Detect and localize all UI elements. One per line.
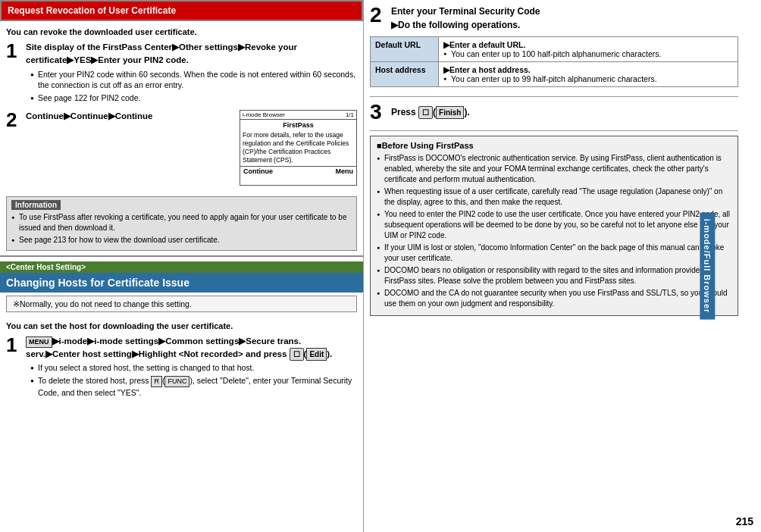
settings-table: Default URL ▶Enter a default URL. You ca… bbox=[370, 36, 738, 87]
center-host-label: <Center Host Setting> bbox=[6, 263, 86, 271]
info-bullet1: To use FirstPass after revoking a certif… bbox=[11, 212, 352, 233]
changing-header: Changing Hosts for Certificate Issue bbox=[0, 273, 363, 293]
before-bullet-3: If your UIM is lost or stolen, "docomo I… bbox=[377, 243, 731, 264]
before-bullet-1: When requesting issue of a user certific… bbox=[377, 186, 731, 208]
right-step2-line2: ▶Do the following operations. bbox=[391, 18, 540, 32]
notice-box: ※Normally, you do not need to change thi… bbox=[6, 296, 357, 312]
info-list: To use FirstPass after revoking a certif… bbox=[11, 212, 352, 246]
info-header: Information bbox=[11, 200, 61, 210]
sidebar-label: i-mode/Full Browser bbox=[700, 213, 716, 320]
step2-row: 2 Continue▶Continue▶Continue i-mode Brow… bbox=[6, 110, 357, 186]
menu-key: MENU bbox=[26, 336, 52, 349]
step1b-bullet1: If you select a stored host, the setting… bbox=[30, 362, 357, 374]
step1-text: Site display of the FirstPass Center▶Oth… bbox=[26, 42, 297, 64]
intro-text: You can revoke the downloaded user certi… bbox=[6, 27, 357, 36]
screenshot-header: i-mode Browser 1/1 bbox=[240, 111, 356, 120]
step3-content: Press ☐(Finish). bbox=[391, 105, 470, 119]
screenshot-footer: Continue Menu bbox=[240, 166, 356, 176]
step2-number: 2 bbox=[6, 110, 21, 130]
right-step2-row: 2 Enter your Terminal Security Code ▶Do … bbox=[370, 5, 738, 32]
table-row-0: Default URL ▶Enter a default URL. You ca… bbox=[371, 37, 738, 62]
notice-text: ※Normally, you do not need to change thi… bbox=[13, 299, 192, 308]
step3-row: 3 Press ☐(Finish). bbox=[370, 102, 738, 123]
screenshot-title: FirstPass bbox=[243, 121, 354, 130]
before-bullet-4: DOCOMO bears no obligation or responsibi… bbox=[377, 265, 731, 286]
screenshot-content: FirstPass For more details, refer to the… bbox=[240, 120, 356, 167]
right-column: 2 Enter your Terminal Security Code ▶Do … bbox=[364, 0, 761, 532]
step3-number: 3 bbox=[370, 102, 387, 123]
step1-bullet2: See page 122 for PIN2 code. bbox=[30, 92, 357, 104]
step1b-number: 1 bbox=[6, 335, 21, 355]
right-step2-line1: Enter your Terminal Security Code bbox=[391, 5, 540, 18]
val-title-0: ▶Enter a default URL. bbox=[443, 40, 733, 49]
screenshot-header-right: 1/1 bbox=[346, 111, 354, 118]
label-default-url: Default URL bbox=[371, 37, 439, 62]
info-bullet2: See page 213 for how to view the downloa… bbox=[11, 235, 352, 246]
step1b-text: MENU▶i-mode▶i-mode settings▶Common setti… bbox=[26, 336, 332, 359]
divider1 bbox=[0, 255, 363, 257]
value-default-url: ▶Enter a default URL. You can enter up t… bbox=[439, 37, 738, 62]
section-header-revoke: Request Revocation of User Certificate bbox=[0, 0, 363, 21]
right-step2-number: 2 bbox=[370, 5, 387, 26]
before-bullet-2: You need to enter the PIN2 code to use t… bbox=[377, 209, 731, 241]
before-using-list: FirstPass is DOCOMO's electronic authent… bbox=[377, 153, 731, 309]
step1b-bullet2: To delete the stored host, press R( FUNC… bbox=[30, 375, 357, 398]
screenshot-box: i-mode Browser 1/1 FirstPass For more de… bbox=[240, 110, 357, 186]
page-number: 215 bbox=[736, 515, 753, 527]
step1-bullets: Enter your PIN2 code within 60 seconds. … bbox=[30, 69, 357, 104]
label-host-address: Host address bbox=[371, 62, 439, 87]
screenshot-header-left: i-mode Browser bbox=[243, 111, 285, 118]
step2-text: Continue▶Continue▶Continue bbox=[26, 111, 152, 120]
changing-label: Changing Hosts for Certificate Issue bbox=[6, 277, 189, 289]
step1b-bullets: If you select a stored host, the setting… bbox=[30, 362, 357, 398]
right-step3: 3 Press ☐(Finish). bbox=[370, 102, 738, 131]
step1b-row: 1 MENU▶i-mode▶i-mode settings▶Common set… bbox=[6, 335, 357, 400]
edit-key: Edit bbox=[306, 348, 327, 361]
val-title-1: ▶Enter a host address. bbox=[443, 65, 733, 74]
val-bullet-1: You can enter up to 99 half-pitch alphan… bbox=[443, 74, 733, 83]
before-using-box: ■Before Using FirstPass FirstPass is DOC… bbox=[370, 136, 738, 316]
finish-key: Finish bbox=[436, 106, 464, 119]
center-host-header: <Center Host Setting> bbox=[0, 261, 363, 273]
screenshot-footer-right: Menu bbox=[336, 167, 354, 175]
step2-content: Continue▶Continue▶Continue bbox=[26, 110, 233, 123]
val-bullet-0: You can enter up to 100 half-pitch alpha… bbox=[443, 49, 733, 58]
right-step2-content: Enter your Terminal Security Code ▶Do th… bbox=[391, 5, 540, 32]
screenshot-footer-left: Continue bbox=[243, 167, 273, 175]
step1-bullet1: Enter your PIN2 code within 60 seconds. … bbox=[30, 69, 357, 91]
info-box: Information To use FirstPass after revok… bbox=[6, 196, 357, 251]
step1-number: 1 bbox=[6, 41, 21, 61]
step1-row: 1 Site display of the FirstPass Center▶O… bbox=[6, 41, 357, 105]
center-key: ☐ bbox=[290, 348, 304, 361]
before-bullet-0: FirstPass is DOCOMO's electronic authent… bbox=[377, 153, 731, 185]
step1b-content: MENU▶i-mode▶i-mode settings▶Common setti… bbox=[26, 335, 357, 400]
finish-center-key: ☐ bbox=[418, 106, 433, 119]
table-row-1: Host address ▶Enter a host address. You … bbox=[371, 62, 738, 87]
before-bullet-5: DOCOMO and the CA do not guarantee secur… bbox=[377, 288, 731, 309]
left-column: Request Revocation of User Certificate Y… bbox=[0, 0, 364, 532]
step1-content: Site display of the FirstPass Center▶Oth… bbox=[26, 41, 357, 105]
right-step2: 2 Enter your Terminal Security Code ▶Do … bbox=[370, 5, 738, 97]
value-host-address: ▶Enter a host address. You can enter up … bbox=[439, 62, 738, 87]
right-content-area: 2 Enter your Terminal Security Code ▶Do … bbox=[370, 5, 738, 316]
before-using-header: ■Before Using FirstPass bbox=[377, 141, 731, 150]
screenshot-body: For more details, refer to the usage reg… bbox=[243, 131, 354, 164]
er-key: R bbox=[151, 376, 162, 387]
you-can-set-text: You can set the host for downloading the… bbox=[6, 321, 357, 330]
func-key: FUNC bbox=[164, 376, 189, 387]
